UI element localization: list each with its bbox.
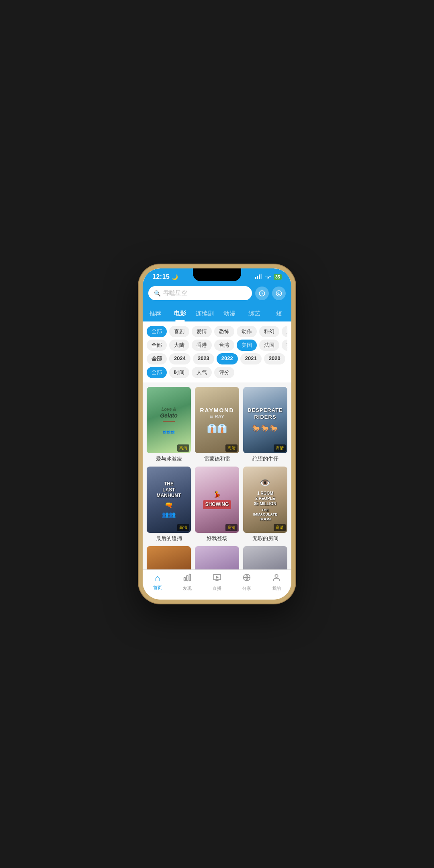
region-chip-fr[interactable]: 法国 xyxy=(259,340,279,351)
search-box[interactable]: 🔍 吞噬星空 xyxy=(148,286,252,300)
poster-img-8: 👑👸 OSCAR ISAAC xyxy=(195,546,239,569)
poster-img-love-gelato: Love & Gelato 👥👥👥 xyxy=(147,387,191,453)
sort-filter-row: 全部 时间 人气 评分 xyxy=(147,366,287,379)
region-chip-uk[interactable]: 英国 xyxy=(282,340,287,351)
year-chip-all[interactable]: 全部 xyxy=(147,353,167,364)
poster-img-9: 🕶️ BEN KINGSLEY xyxy=(243,546,287,569)
genre-chip-romance[interactable]: 爱情 xyxy=(192,326,212,337)
genre-chip-scifi[interactable]: 科幻 xyxy=(259,326,279,337)
nav-tabs: 推荐 电影 连续剧 动漫 综艺 短 xyxy=(143,305,291,321)
svg-rect-2 xyxy=(259,274,260,279)
phone-frame: 12:15 🌙 xyxy=(139,264,295,604)
nav-label-live: 直播 xyxy=(213,585,221,592)
poster-badge-raymond-ray: 高清 xyxy=(225,444,237,452)
status-time: 12:15 🌙 xyxy=(152,273,178,280)
movie-title-last-manhunt: 最后的追捕 xyxy=(147,535,191,542)
tab-movie[interactable]: 电影 xyxy=(168,307,192,321)
genre-filter-row: 全部 喜剧 爱情 恐怖 动作 科幻 剧情 战争 xyxy=(147,325,287,338)
status-icons: 35 xyxy=(255,274,282,280)
search-placeholder: 吞噬星空 xyxy=(163,289,187,297)
notch xyxy=(193,268,241,281)
nav-item-discover[interactable]: 发现 xyxy=(172,573,202,592)
header: 🔍 吞噬星空 xyxy=(143,283,291,305)
tab-variety[interactable]: 综艺 xyxy=(242,307,267,321)
download-button[interactable] xyxy=(272,287,286,300)
wifi-icon xyxy=(264,274,272,280)
live-icon xyxy=(213,573,221,584)
filter-section: 全部 喜剧 爱情 恐怖 动作 科幻 剧情 战争 全部 大陆 香港 台湾 美国 法… xyxy=(143,321,291,383)
movie-card-desperate-riders[interactable]: DESPERATE RIDERS 🐎🐎🐎 高清 绝望的牛仔 xyxy=(243,387,287,463)
movie-title-immaculate-room: 无瑕的房间 xyxy=(243,535,287,542)
movie-poster-raymond-ray: RAYMOND & RAY 👔👔 高清 xyxy=(195,387,239,453)
discover-icon xyxy=(183,573,192,584)
phone-inner: 12:15 🌙 xyxy=(143,268,291,600)
mine-icon xyxy=(272,573,281,584)
genre-chip-horror[interactable]: 恐怖 xyxy=(214,326,234,337)
moon-icon: 🌙 xyxy=(172,274,178,280)
svg-rect-0 xyxy=(255,277,256,279)
movie-card-7[interactable]: ✊ 高清 xyxy=(147,546,191,569)
movie-title-showing: 好戏登场 xyxy=(195,535,239,542)
year-chip-2021[interactable]: 2021 xyxy=(240,353,262,364)
nav-label-home: 首页 xyxy=(153,585,162,591)
genre-chip-all[interactable]: 全部 xyxy=(147,326,167,337)
nav-item-home[interactable]: ⌂ 首页 xyxy=(143,573,172,592)
poster-badge-love-gelato: 高清 xyxy=(177,444,189,452)
year-chip-2020[interactable]: 2020 xyxy=(264,353,285,364)
year-chip-2022[interactable]: 2022 xyxy=(217,353,238,364)
content: 全部 喜剧 爱情 恐怖 动作 科幻 剧情 战争 全部 大陆 香港 台湾 美国 法… xyxy=(143,321,291,569)
nav-item-share[interactable]: 分享 xyxy=(232,573,262,592)
genre-chip-action[interactable]: 动作 xyxy=(237,326,257,337)
movie-poster-8: 👑👸 OSCAR ISAAC 高清 xyxy=(195,546,239,569)
year-chip-2023[interactable]: 2023 xyxy=(193,353,214,364)
tab-series[interactable]: 连续剧 xyxy=(192,307,217,321)
share-icon xyxy=(242,573,251,584)
svg-rect-7 xyxy=(184,577,186,581)
battery-badge: 35 xyxy=(274,274,282,280)
region-chip-tw[interactable]: 台湾 xyxy=(214,340,234,351)
nav-item-mine[interactable]: 我的 xyxy=(262,573,291,592)
search-icon: 🔍 xyxy=(154,290,161,297)
nav-label-share: 分享 xyxy=(242,585,251,592)
tab-anime[interactable]: 动漫 xyxy=(217,307,242,321)
tab-short[interactable]: 短 xyxy=(266,307,291,321)
movie-poster-desperate-riders: DESPERATE RIDERS 🐎🐎🐎 高清 xyxy=(243,387,287,453)
region-filter-row: 全部 大陆 香港 台湾 美国 法国 英国 日本 xyxy=(147,338,287,352)
movie-poster-immaculate-room: 👁️ 1 ROOM2 PEOPLE$5 MILLION THEIMMACULAT… xyxy=(243,467,287,533)
sort-chip-popularity[interactable]: 人气 xyxy=(192,367,212,378)
poster-img-7: ✊ xyxy=(147,546,191,569)
movie-title-desperate-riders: 绝望的牛仔 xyxy=(243,455,287,463)
region-chip-all[interactable]: 全部 xyxy=(147,340,167,351)
history-button[interactable] xyxy=(255,287,269,300)
nav-label-discover: 发现 xyxy=(183,585,192,592)
movie-card-immaculate-room[interactable]: 👁️ 1 ROOM2 PEOPLE$5 MILLION THEIMMACULAT… xyxy=(243,467,287,542)
movie-grid: Love & Gelato 👥👥👥 高清 xyxy=(143,383,291,569)
nav-item-live[interactable]: 直播 xyxy=(202,573,232,592)
movie-poster-9: 🕶️ BEN KINGSLEY 高清 xyxy=(243,546,287,569)
region-chip-hk[interactable]: 香港 xyxy=(192,340,212,351)
sort-chip-time[interactable]: 时间 xyxy=(169,367,189,378)
movie-card-last-manhunt[interactable]: THELASTMANHUNT 🔫 👥👥 高清 最后的追捕 xyxy=(147,467,191,542)
region-chip-mainland[interactable]: 大陆 xyxy=(169,340,189,351)
genre-chip-drama[interactable]: 剧情 xyxy=(282,326,287,337)
movie-card-9[interactable]: 🕶️ BEN KINGSLEY 高清 xyxy=(243,546,287,569)
year-chip-2024[interactable]: 2024 xyxy=(169,353,190,364)
movie-poster-last-manhunt: THELASTMANHUNT 🔫 👥👥 高清 xyxy=(147,467,191,533)
movie-card-raymond-ray[interactable]: RAYMOND & RAY 👔👔 高清 雷蒙德和雷 xyxy=(195,387,239,463)
movie-title-raymond-ray: 雷蒙德和雷 xyxy=(195,455,239,463)
poster-badge-last-manhunt: 高清 xyxy=(177,524,189,531)
tab-recommend[interactable]: 推荐 xyxy=(143,307,168,321)
signal-icon xyxy=(255,274,262,280)
movie-card-love-gelato[interactable]: Love & Gelato 👥👥👥 高清 xyxy=(147,387,191,463)
region-chip-us[interactable]: 美国 xyxy=(237,340,257,351)
svg-rect-8 xyxy=(186,575,188,581)
home-icon: ⌂ xyxy=(155,573,160,583)
poster-badge-immaculate-room: 高清 xyxy=(274,524,286,531)
genre-chip-comedy[interactable]: 喜剧 xyxy=(169,326,189,337)
poster-img-desperate-riders: DESPERATE RIDERS 🐎🐎🐎 xyxy=(243,387,287,453)
movie-card-showing[interactable]: 💃 SHOWING 高清 好戏登场 xyxy=(195,467,239,542)
movie-title-love-gelato: 爱与冰激凌 xyxy=(147,455,191,463)
sort-chip-rating[interactable]: 评分 xyxy=(214,367,234,378)
movie-card-8[interactable]: 👑👸 OSCAR ISAAC 高清 xyxy=(195,546,239,569)
sort-chip-all[interactable]: 全部 xyxy=(147,367,167,378)
